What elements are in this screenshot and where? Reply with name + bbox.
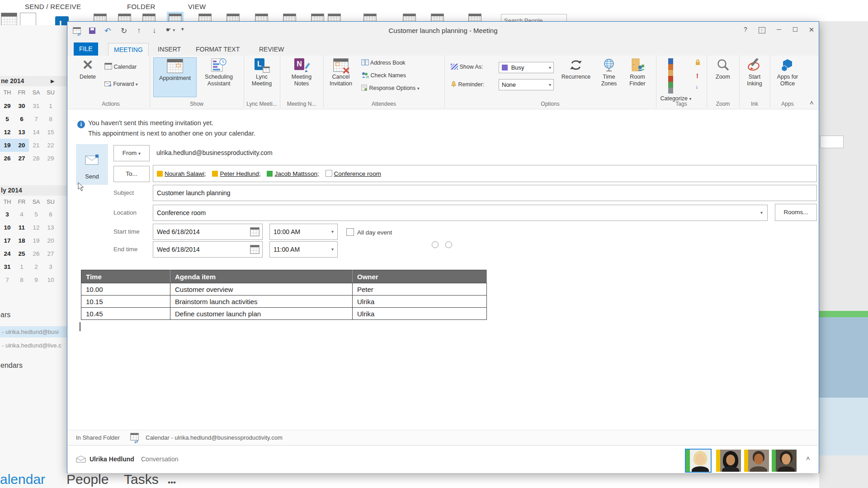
date-cell[interactable]: 4 xyxy=(14,208,29,221)
date-cell[interactable]: 26 xyxy=(29,247,43,260)
date-cell[interactable]: 3 xyxy=(43,260,58,273)
date-cell[interactable]: 21 xyxy=(29,139,43,152)
date-cell[interactable]: 14 xyxy=(29,126,43,139)
date-cell[interactable]: 28 xyxy=(29,152,43,165)
calendar-account-item[interactable]: - ulrika.hedlund@busi xyxy=(0,326,67,338)
tab-meeting[interactable]: MEETING xyxy=(108,43,149,56)
date-cell[interactable]: 5 xyxy=(29,208,43,221)
appointment-button[interactable]: Appointment xyxy=(153,57,197,97)
tab-insert[interactable]: INSERT xyxy=(152,43,186,56)
chevron-down-icon[interactable]: ▾ xyxy=(331,242,334,257)
date-picker-icon[interactable] xyxy=(250,245,259,254)
date-cell[interactable]: 29 xyxy=(0,99,14,113)
nav-people[interactable]: People xyxy=(66,472,108,487)
date-cell[interactable]: 27 xyxy=(14,152,29,165)
shared-calendar-path[interactable]: Calendar - ulrika.hedlund@businessproduc… xyxy=(146,434,283,441)
date-cell[interactable]: 2 xyxy=(29,260,43,273)
date-cell[interactable]: 25 xyxy=(14,247,29,260)
tab-send-receive[interactable]: SEND / RECEIVE xyxy=(25,3,81,10)
apps-for-office-button[interactable]: Apps for Office xyxy=(773,57,802,87)
send-button[interactable]: Send xyxy=(76,144,108,185)
tab-view[interactable]: VIEW xyxy=(188,3,206,10)
date-cell[interactable]: 10 xyxy=(43,273,58,286)
pin-icon[interactable]: ↑ xyxy=(755,26,768,33)
cancel-invitation-button[interactable]: ✕ Cancel Invitation xyxy=(326,57,356,87)
nav-more[interactable]: ••• xyxy=(168,478,176,487)
recipient[interactable]: Nourah Salawi; xyxy=(157,170,206,177)
table-row[interactable]: 10.45 Define customer launch plan Ulrika xyxy=(81,308,487,320)
date-cell[interactable]: 12 xyxy=(29,221,43,234)
close-icon[interactable]: ✕ xyxy=(805,26,818,34)
recipient[interactable]: Jacob Mattsson; xyxy=(267,170,319,177)
reminder-combo[interactable]: None ▾ xyxy=(499,79,554,90)
shared-calendar-icon[interactable]: ⇄ xyxy=(130,433,142,442)
table-row[interactable]: 10.00 Customer overview Peter xyxy=(81,283,487,296)
date-cell[interactable]: 26 xyxy=(0,152,14,165)
date-cell[interactable]: 31 xyxy=(29,99,43,113)
time-zones-button[interactable]: Time Zones xyxy=(596,57,622,87)
date-cell[interactable]: 5 xyxy=(0,113,14,126)
chevron-down-icon[interactable]: ▾ xyxy=(760,205,763,221)
conversation-person[interactable]: Ulrika Hedlund xyxy=(90,455,134,463)
date-cell[interactable]: 29 xyxy=(43,152,58,165)
person-photo-jacob[interactable] xyxy=(772,450,797,472)
date-cell[interactable]: 12 xyxy=(0,126,14,139)
start-date-field[interactable]: Wed 6/18/2014 xyxy=(153,224,263,240)
tab-review[interactable]: REVIEW xyxy=(254,43,289,56)
date-cell[interactable]: 7 xyxy=(29,113,43,126)
help-icon[interactable]: ? xyxy=(739,26,752,33)
high-importance-button[interactable]: ! xyxy=(696,72,698,80)
date-cell[interactable]: 13 xyxy=(43,221,58,234)
to-field[interactable]: Nourah Salawi; Peter Hedlund; Jacob Matt… xyxy=(153,165,817,182)
calendar-button[interactable]: Calendar xyxy=(104,63,137,70)
private-button[interactable] xyxy=(695,59,701,67)
date-cell[interactable]: 6 xyxy=(43,208,58,221)
expand-people-pane-icon[interactable]: ˄ xyxy=(806,455,810,462)
all-day-label[interactable]: All day event xyxy=(357,229,392,236)
date-cell[interactable]: 8 xyxy=(14,273,29,286)
date-cell[interactable]: 31 xyxy=(0,260,14,273)
table-row[interactable]: 10.15 Brainstorm launch activities Ulrik… xyxy=(81,296,487,308)
chevron-down-icon[interactable]: ▾ xyxy=(331,224,334,239)
recipient[interactable]: Conference room xyxy=(326,170,381,177)
start-inking-button[interactable]: Start Inking xyxy=(741,57,768,87)
from-button[interactable]: From ▾ xyxy=(113,145,150,161)
person-photo-nourah[interactable] xyxy=(716,450,741,472)
date-cell[interactable]: 9 xyxy=(29,273,43,286)
date-cell[interactable]: 22 xyxy=(43,139,58,152)
date-cell[interactable]: 11 xyxy=(14,221,29,234)
zoom-button[interactable]: Zoom xyxy=(710,57,736,80)
date-cell[interactable]: 19 xyxy=(0,139,14,152)
date-cell[interactable]: 1 xyxy=(43,99,58,113)
date-cell[interactable]: 30 xyxy=(14,99,29,113)
room-finder-button[interactable]: Room Finder xyxy=(623,57,651,87)
lync-meeting-button[interactable]: L Lync Meeting xyxy=(246,57,277,87)
location-field[interactable]: Conference room ▾ xyxy=(153,205,768,221)
date-picker-icon[interactable] xyxy=(250,227,259,236)
end-date-field[interactable]: Wed 6/18/2014 xyxy=(153,241,263,258)
date-cell[interactable]: 18 xyxy=(14,234,29,247)
date-cell[interactable]: 20 xyxy=(43,234,58,247)
response-options-button[interactable]: Response Options ▾ xyxy=(361,84,420,91)
nav-tasks[interactable]: Tasks xyxy=(124,472,159,487)
person-photo-peter[interactable] xyxy=(744,450,769,472)
nav-calendar[interactable]: alendar xyxy=(0,472,45,487)
recipient[interactable]: Peter Hedlund; xyxy=(212,170,260,177)
tab-folder[interactable]: FOLDER xyxy=(127,3,156,10)
date-cell[interactable]: 13 xyxy=(14,126,29,139)
date-cell[interactable]: 7 xyxy=(0,273,14,286)
tab-format-text[interactable]: FORMAT TEXT xyxy=(190,43,245,56)
end-time-field[interactable]: 11:00 AM ▾ xyxy=(269,241,338,258)
all-day-checkbox[interactable] xyxy=(346,228,354,236)
tab-file[interactable]: FILE xyxy=(74,42,98,56)
scheduling-assistant-button[interactable]: Scheduling Assistant xyxy=(199,57,238,87)
date-cell[interactable]: 20 xyxy=(14,139,29,152)
show-as-combo[interactable]: Busy ▾ xyxy=(499,62,554,73)
low-importance-button[interactable]: ↓ xyxy=(695,84,698,90)
forward-button[interactable]: Forward ▾ xyxy=(104,81,138,87)
start-time-field[interactable]: 10:00 AM ▾ xyxy=(269,224,338,240)
rooms-button[interactable]: Rooms... xyxy=(775,204,817,221)
collapse-ribbon-icon[interactable]: ˄ xyxy=(810,99,814,107)
date-cell[interactable]: 10 xyxy=(0,221,14,234)
other-calendars-label[interactable]: endars xyxy=(0,361,23,370)
